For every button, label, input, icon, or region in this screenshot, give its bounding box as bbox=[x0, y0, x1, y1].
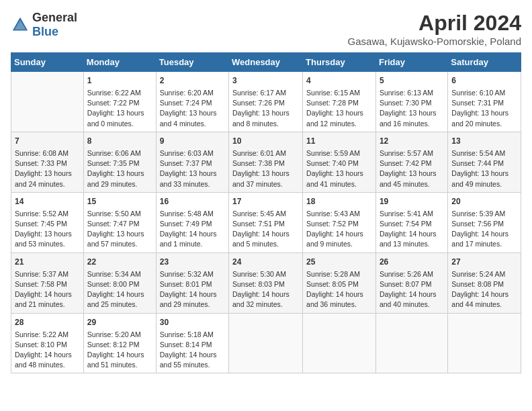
weekday-header-thursday: Thursday bbox=[303, 53, 376, 72]
day-number: 5 bbox=[380, 75, 444, 87]
weekday-header-row: SundayMondayTuesdayWednesdayThursdayFrid… bbox=[11, 53, 521, 72]
title-block: April 2024 Gasawa, Kujawsko-Pomorskie, P… bbox=[348, 11, 521, 47]
month-title: April 2024 bbox=[348, 11, 521, 36]
day-cell: 5Sunrise: 6:13 AMSunset: 7:30 PMDaylight… bbox=[375, 72, 447, 132]
day-cell: 29Sunrise: 5:20 AMSunset: 8:12 PMDayligh… bbox=[83, 313, 156, 373]
day-cell: 17Sunrise: 5:45 AMSunset: 7:51 PMDayligh… bbox=[229, 192, 303, 253]
day-number: 2 bbox=[160, 75, 225, 87]
day-info: Sunrise: 5:45 AMSunset: 7:51 PMDaylight:… bbox=[232, 209, 299, 250]
day-cell: 18Sunrise: 5:43 AMSunset: 7:52 PMDayligh… bbox=[303, 192, 376, 253]
weekday-header-saturday: Saturday bbox=[448, 53, 521, 72]
day-cell: 24Sunrise: 5:30 AMSunset: 8:03 PMDayligh… bbox=[229, 253, 303, 313]
day-number: 19 bbox=[380, 195, 444, 208]
day-info: Sunrise: 6:17 AMSunset: 7:26 PMDaylight:… bbox=[232, 88, 299, 129]
day-info: Sunrise: 6:08 AMSunset: 7:33 PMDaylight:… bbox=[15, 148, 80, 189]
week-row-5: 28Sunrise: 5:22 AMSunset: 8:10 PMDayligh… bbox=[11, 313, 521, 373]
day-cell: 30Sunrise: 5:18 AMSunset: 8:14 PMDayligh… bbox=[156, 313, 228, 373]
day-info: Sunrise: 6:22 AMSunset: 7:22 PMDaylight:… bbox=[87, 88, 152, 129]
day-number: 23 bbox=[160, 256, 225, 268]
day-info: Sunrise: 5:50 AMSunset: 7:47 PMDaylight:… bbox=[87, 209, 152, 250]
day-info: Sunrise: 6:03 AMSunset: 7:37 PMDaylight:… bbox=[160, 148, 225, 189]
day-info: Sunrise: 5:52 AMSunset: 7:45 PMDaylight:… bbox=[15, 209, 80, 250]
day-cell: 10Sunrise: 6:01 AMSunset: 7:38 PMDayligh… bbox=[229, 132, 303, 192]
logo-text: General Blue bbox=[32, 11, 77, 39]
day-number: 10 bbox=[232, 135, 299, 147]
logo: General Blue bbox=[11, 11, 77, 39]
day-number: 8 bbox=[87, 135, 152, 147]
day-number: 28 bbox=[15, 316, 80, 328]
day-cell: 2Sunrise: 6:20 AMSunset: 7:24 PMDaylight… bbox=[156, 72, 228, 132]
day-cell: 25Sunrise: 5:28 AMSunset: 8:05 PMDayligh… bbox=[303, 253, 376, 313]
day-cell bbox=[229, 313, 303, 373]
day-info: Sunrise: 5:24 AMSunset: 8:08 PMDaylight:… bbox=[451, 269, 517, 310]
page-header: General Blue April 2024 Gasawa, Kujawsko… bbox=[11, 11, 521, 47]
day-cell: 6Sunrise: 6:10 AMSunset: 7:31 PMDaylight… bbox=[448, 72, 521, 132]
day-info: Sunrise: 5:18 AMSunset: 8:14 PMDaylight:… bbox=[160, 330, 225, 371]
day-cell: 27Sunrise: 5:24 AMSunset: 8:08 PMDayligh… bbox=[448, 253, 521, 313]
day-cell: 7Sunrise: 6:08 AMSunset: 7:33 PMDaylight… bbox=[11, 132, 84, 192]
day-info: Sunrise: 5:32 AMSunset: 8:01 PMDaylight:… bbox=[160, 269, 225, 310]
day-number: 3 bbox=[232, 75, 299, 87]
day-info: Sunrise: 5:54 AMSunset: 7:44 PMDaylight:… bbox=[451, 148, 517, 189]
weekday-header-sunday: Sunday bbox=[11, 53, 84, 72]
day-number: 14 bbox=[15, 195, 80, 208]
day-number: 13 bbox=[451, 135, 517, 147]
day-info: Sunrise: 6:10 AMSunset: 7:31 PMDaylight:… bbox=[451, 88, 517, 129]
day-number: 21 bbox=[15, 256, 80, 268]
day-cell: 13Sunrise: 5:54 AMSunset: 7:44 PMDayligh… bbox=[448, 132, 521, 192]
day-number: 17 bbox=[232, 195, 299, 208]
day-cell: 4Sunrise: 6:15 AMSunset: 7:28 PMDaylight… bbox=[303, 72, 376, 132]
day-cell: 28Sunrise: 5:22 AMSunset: 8:10 PMDayligh… bbox=[11, 313, 84, 373]
day-number: 15 bbox=[87, 195, 152, 208]
day-cell: 12Sunrise: 5:57 AMSunset: 7:42 PMDayligh… bbox=[375, 132, 447, 192]
day-cell: 1Sunrise: 6:22 AMSunset: 7:22 PMDaylight… bbox=[83, 72, 156, 132]
day-number: 7 bbox=[15, 135, 80, 147]
day-number: 26 bbox=[380, 256, 444, 268]
day-number: 25 bbox=[306, 256, 372, 268]
logo-general: General bbox=[32, 11, 77, 24]
week-row-1: 1Sunrise: 6:22 AMSunset: 7:22 PMDaylight… bbox=[11, 72, 521, 132]
day-info: Sunrise: 6:15 AMSunset: 7:28 PMDaylight:… bbox=[306, 88, 372, 129]
day-number: 22 bbox=[87, 256, 152, 268]
day-info: Sunrise: 5:41 AMSunset: 7:54 PMDaylight:… bbox=[380, 209, 444, 250]
day-cell: 20Sunrise: 5:39 AMSunset: 7:56 PMDayligh… bbox=[448, 192, 521, 253]
day-info: Sunrise: 6:13 AMSunset: 7:30 PMDaylight:… bbox=[380, 88, 444, 129]
day-cell: 8Sunrise: 6:06 AMSunset: 7:35 PMDaylight… bbox=[83, 132, 156, 192]
day-number: 29 bbox=[87, 316, 152, 328]
day-cell: 23Sunrise: 5:32 AMSunset: 8:01 PMDayligh… bbox=[156, 253, 228, 313]
day-info: Sunrise: 5:57 AMSunset: 7:42 PMDaylight:… bbox=[380, 148, 444, 189]
logo-blue: Blue bbox=[32, 25, 58, 38]
day-number: 27 bbox=[451, 256, 517, 268]
day-info: Sunrise: 5:43 AMSunset: 7:52 PMDaylight:… bbox=[306, 209, 372, 250]
weekday-header-friday: Friday bbox=[375, 53, 447, 72]
day-cell: 15Sunrise: 5:50 AMSunset: 7:47 PMDayligh… bbox=[83, 192, 156, 253]
day-number: 12 bbox=[380, 135, 444, 147]
day-info: Sunrise: 5:26 AMSunset: 8:07 PMDaylight:… bbox=[380, 269, 444, 310]
day-number: 9 bbox=[160, 135, 225, 147]
day-cell: 21Sunrise: 5:37 AMSunset: 7:58 PMDayligh… bbox=[11, 253, 84, 313]
day-info: Sunrise: 5:37 AMSunset: 7:58 PMDaylight:… bbox=[15, 269, 80, 310]
day-info: Sunrise: 5:30 AMSunset: 8:03 PMDaylight:… bbox=[232, 269, 299, 310]
weekday-header-wednesday: Wednesday bbox=[229, 53, 303, 72]
day-info: Sunrise: 5:20 AMSunset: 8:12 PMDaylight:… bbox=[87, 330, 152, 371]
day-number: 16 bbox=[160, 195, 225, 208]
day-info: Sunrise: 6:06 AMSunset: 7:35 PMDaylight:… bbox=[87, 148, 152, 189]
day-info: Sunrise: 6:20 AMSunset: 7:24 PMDaylight:… bbox=[160, 88, 225, 129]
day-info: Sunrise: 5:48 AMSunset: 7:49 PMDaylight:… bbox=[160, 209, 225, 250]
calendar-table: SundayMondayTuesdayWednesdayThursdayFrid… bbox=[11, 52, 521, 373]
location-title: Gasawa, Kujawsko-Pomorskie, Poland bbox=[348, 36, 521, 47]
day-cell: 26Sunrise: 5:26 AMSunset: 8:07 PMDayligh… bbox=[375, 253, 447, 313]
day-cell: 14Sunrise: 5:52 AMSunset: 7:45 PMDayligh… bbox=[11, 192, 84, 253]
day-number: 20 bbox=[451, 195, 517, 208]
week-row-3: 14Sunrise: 5:52 AMSunset: 7:45 PMDayligh… bbox=[11, 192, 521, 253]
day-cell: 9Sunrise: 6:03 AMSunset: 7:37 PMDaylight… bbox=[156, 132, 228, 192]
day-cell bbox=[448, 313, 521, 373]
day-cell: 3Sunrise: 6:17 AMSunset: 7:26 PMDaylight… bbox=[229, 72, 303, 132]
day-number: 11 bbox=[306, 135, 372, 147]
day-info: Sunrise: 5:28 AMSunset: 8:05 PMDaylight:… bbox=[306, 269, 372, 310]
day-cell: 22Sunrise: 5:34 AMSunset: 8:00 PMDayligh… bbox=[83, 253, 156, 313]
day-number: 4 bbox=[306, 75, 372, 87]
logo-icon bbox=[11, 15, 30, 34]
day-cell: 19Sunrise: 5:41 AMSunset: 7:54 PMDayligh… bbox=[375, 192, 447, 253]
week-row-4: 21Sunrise: 5:37 AMSunset: 7:58 PMDayligh… bbox=[11, 253, 521, 313]
